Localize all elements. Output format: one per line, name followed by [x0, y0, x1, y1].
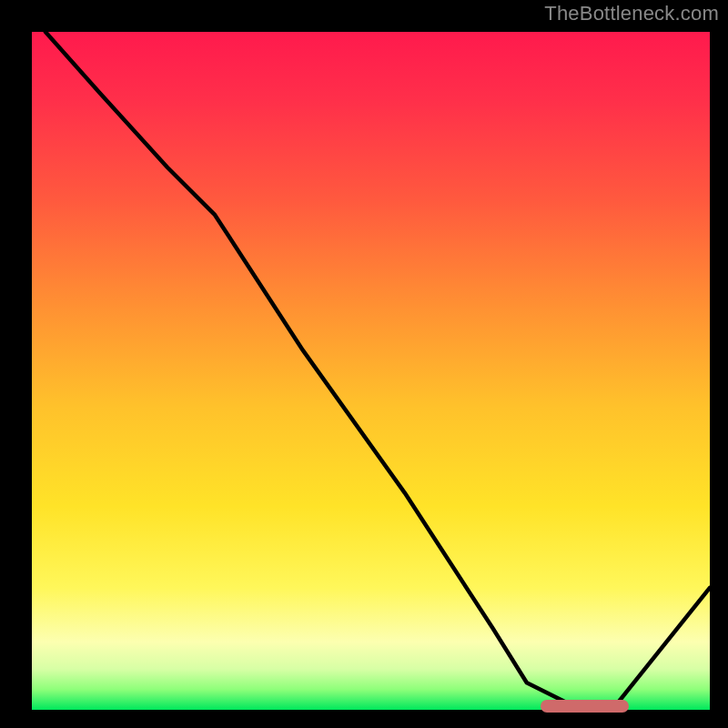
bottleneck-curve	[32, 32, 710, 710]
chart-stage: TheBottleneck.com	[0, 0, 728, 728]
optimal-range-marker	[541, 700, 629, 713]
plot-area	[32, 32, 710, 710]
attribution-label: TheBottleneck.com	[544, 2, 719, 25]
